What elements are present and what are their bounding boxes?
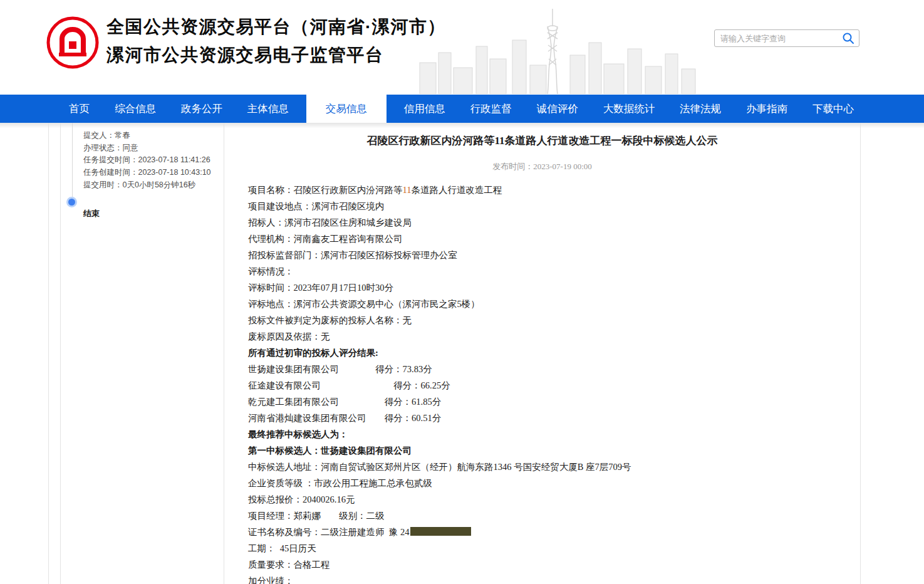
text-segment: 评标地点：漯河市公共资源交易中心（漯河市民之家5楼） bbox=[248, 299, 480, 309]
text-segment: 中标候选人地址：河南自贸试验区郑州片区（经开）航海东路1346 号国安经贸大厦B… bbox=[248, 462, 631, 472]
nav-item-4[interactable]: 交易信息 bbox=[306, 95, 387, 123]
site-title-line2: 漯河市公共资源交易电子监管平台 bbox=[106, 41, 446, 69]
text-segment: 乾元建工集团有限公司 得分：61.85分 bbox=[248, 397, 441, 407]
search-input[interactable] bbox=[715, 34, 842, 43]
timeline-end-dot bbox=[66, 197, 77, 207]
task-info-field: 任务提交时间：2023-07-18 11:41:26 bbox=[83, 154, 211, 167]
text-segment: 证书名称及编号：二级注册建造师 豫 24 bbox=[248, 527, 409, 537]
article-line: 质量要求：合格工程 bbox=[248, 556, 860, 573]
page-header: 全国公共资源交易平台（河南省·漯河市） 漯河市公共资源交易电子监管平台 bbox=[0, 0, 924, 95]
left-outer-border bbox=[48, 123, 49, 584]
article-line: 废标原因及依据：无 bbox=[248, 328, 860, 345]
city-skyline-image bbox=[418, 8, 697, 94]
highlighted-text: 11 bbox=[403, 185, 412, 195]
text-segment: 投标文件被判定为废标的投标人名称：无 bbox=[248, 315, 412, 325]
article-line: 世扬建设集团有限公司 得分：73.83分 bbox=[248, 361, 860, 377]
task-info-field: 任务创建时间：2023-07-18 10:43:10 bbox=[83, 167, 211, 179]
timeline-end-label: 结束 bbox=[83, 209, 100, 218]
text-segment: 加分业绩： bbox=[248, 576, 294, 584]
text-segment: 项目建设地点：漯河市召陵区境内 bbox=[248, 201, 385, 211]
text-segment: 征途建设有限公司 得分：66.25分 bbox=[248, 380, 450, 390]
text-segment: 招投标监督部门：漯河市召陵区招标投标管理办公室 bbox=[248, 250, 457, 260]
text-segment: 最终推荐中标候选人为： bbox=[248, 429, 348, 439]
article-line: 投标文件被判定为废标的投标人名称：无 bbox=[248, 312, 860, 328]
site-title-line1: 全国公共资源交易平台（河南省·漯河市） bbox=[106, 13, 446, 41]
article-line: 企业资质等级 ：市政公用工程施工总承包贰级 bbox=[248, 475, 860, 491]
platform-logo-icon bbox=[46, 16, 99, 69]
text-segment: 项目经理：郑莉娜 级别：二级 bbox=[248, 511, 385, 521]
article-line: 所有通过初审的投标人评分结果: bbox=[248, 345, 860, 361]
text-segment: 代理机构：河南鑫友工程咨询有限公司 bbox=[248, 234, 403, 244]
text-segment: 投标总报价：2040026.16元 bbox=[248, 494, 355, 504]
text-segment: 评标时间：2023年07月17日10时30分 bbox=[248, 283, 393, 293]
task-info-field: 提交用时：0天0小时58分钟16秒 bbox=[83, 179, 211, 192]
text-segment: 招标人：漯河市召陵区住房和城乡建设局 bbox=[248, 217, 412, 227]
redaction-box bbox=[410, 527, 471, 536]
article-line: 投标总报价：2040026.16元 bbox=[248, 491, 860, 508]
article-line: 评标地点：漯河市公共资源交易中心（漯河市民之家5楼） bbox=[248, 296, 860, 312]
article-line: 加分业绩： bbox=[248, 573, 860, 584]
article-line: 河南省港灿建设集团有限公司 得分：60.51分 bbox=[248, 410, 860, 426]
article-line: 项目经理：郑莉娜 级别：二级 bbox=[248, 508, 860, 524]
article-line: 证书名称及编号：二级注册建造师 豫 24 bbox=[248, 524, 860, 540]
article-line: 招投标监督部门：漯河市召陵区招标投标管理办公室 bbox=[248, 247, 860, 263]
article-body: 项目名称：召陵区行政新区内汾河路等11条道路人行道改造工程项目建设地点：漯河市召… bbox=[248, 182, 860, 584]
article-line: 征途建设有限公司 得分：66.25分 bbox=[248, 377, 860, 394]
site-titles: 全国公共资源交易平台（河南省·漯河市） 漯河市公共资源交易电子监管平台 bbox=[106, 13, 446, 69]
text-segment: 质量要求：合格工程 bbox=[248, 560, 330, 570]
article-line: 评标情况： bbox=[248, 263, 860, 279]
nav-item-3[interactable]: 主体信息 bbox=[240, 95, 296, 123]
nav-item-10[interactable]: 办事指南 bbox=[739, 95, 795, 123]
article-line: 项目名称：召陵区行政新区内汾河路等11条道路人行道改造工程 bbox=[248, 182, 860, 198]
main-nav: 首页综合信息政务公开主体信息交易信息信用信息行政监督诚信评价大数据统计法律法规办… bbox=[0, 95, 924, 123]
article-line: 代理机构：河南鑫友工程咨询有限公司 bbox=[248, 231, 860, 247]
task-info-field: 办理状态：同意 bbox=[83, 142, 211, 155]
nav-item-2[interactable]: 政务公开 bbox=[174, 95, 230, 123]
article-panel: 召陵区行政新区内汾河路等11条道路人行道改造工程一标段中标候选人公示 发布时间：… bbox=[224, 123, 860, 584]
text-segment: 所有通过初审的投标人评分结果: bbox=[248, 348, 378, 358]
task-info-field: 提交人：常春 bbox=[83, 130, 211, 142]
nav-item-5[interactable]: 信用信息 bbox=[397, 95, 453, 123]
text-segment: 第一中标候选人：世扬建设集团有限公司 bbox=[248, 446, 412, 456]
article-title: 召陵区行政新区内汾河路等11条道路人行道改造工程一标段中标候选人公示 bbox=[243, 133, 841, 148]
nav-item-7[interactable]: 诚信评价 bbox=[529, 95, 586, 123]
article-line: 中标候选人地址：河南自贸试验区郑州片区（经开）航海东路1346 号国安经贸大厦B… bbox=[248, 459, 860, 475]
text-segment: 工期： 45日历天 bbox=[248, 543, 316, 553]
text-segment: 河南省港灿建设集团有限公司 得分：60.51分 bbox=[248, 413, 441, 423]
article-line: 最终推荐中标候选人为： bbox=[248, 426, 860, 442]
publish-time: 发布时间：2023-07-19 00:00 bbox=[224, 161, 860, 172]
content-right-border bbox=[860, 123, 861, 584]
article-line: 工期： 45日历天 bbox=[248, 540, 860, 556]
task-info-panel: 提交人：常春办理状态：同意任务提交时间：2023-07-18 11:41:26任… bbox=[83, 130, 211, 192]
text-segment: 条道路人行道改造工程 bbox=[411, 185, 502, 195]
article-line: 评标时间：2023年07月17日10时30分 bbox=[248, 279, 860, 296]
article-line: 第一中标候选人：世扬建设集团有限公司 bbox=[248, 442, 860, 459]
nav-items-container: 首页综合信息政务公开主体信息交易信息信用信息行政监督诚信评价大数据统计法律法规办… bbox=[61, 95, 861, 123]
text-segment: 评标情况： bbox=[248, 266, 294, 276]
nav-item-8[interactable]: 大数据统计 bbox=[596, 95, 663, 123]
article-line: 乾元建工集团有限公司 得分：61.85分 bbox=[248, 394, 860, 410]
timeline-line bbox=[72, 123, 73, 197]
search-box bbox=[714, 29, 859, 47]
text-segment: 废标原因及依据：无 bbox=[248, 331, 330, 342]
nav-item-9[interactable]: 法律法规 bbox=[672, 95, 729, 123]
nav-item-0[interactable]: 首页 bbox=[61, 95, 97, 123]
nav-item-11[interactable]: 下载中心 bbox=[805, 95, 861, 123]
article-line: 项目建设地点：漯河市召陵区境内 bbox=[248, 198, 860, 214]
sidebar-left-border bbox=[60, 123, 61, 584]
nav-item-1[interactable]: 综合信息 bbox=[107, 95, 164, 123]
text-segment: 世扬建设集团有限公司 得分：73.83分 bbox=[248, 364, 432, 374]
text-segment: 项目名称：召陵区行政新区内汾河路等 bbox=[248, 185, 403, 195]
text-segment: 企业资质等级 ：市政公用工程施工总承包贰级 bbox=[248, 478, 432, 488]
article-line: 招标人：漯河市召陵区住房和城乡建设局 bbox=[248, 214, 860, 231]
nav-item-6[interactable]: 行政监督 bbox=[463, 95, 519, 123]
search-icon[interactable] bbox=[842, 32, 854, 44]
